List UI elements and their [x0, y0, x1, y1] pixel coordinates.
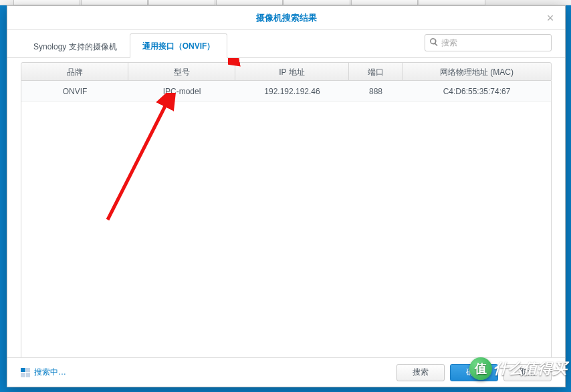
- search-input[interactable]: [441, 38, 547, 47]
- dialog-title: 摄像机搜索结果: [256, 12, 317, 24]
- cell-brand: ONVIF: [21, 87, 128, 96]
- close-icon[interactable]: ×: [544, 11, 557, 25]
- status-text: 搜索中…: [34, 367, 66, 378]
- cell-model: IPC-model: [128, 87, 235, 96]
- col-ip[interactable]: IP 地址: [235, 63, 349, 80]
- watermark-badge-icon: 值: [469, 357, 492, 380]
- cell-port: 888: [349, 87, 403, 96]
- watermark-text: 什么值得买: [493, 359, 567, 379]
- cell-mac: C4:D6:55:35:74:67: [403, 87, 551, 96]
- tab-onvif[interactable]: 通用接口（ONVIF）: [130, 33, 228, 58]
- table-body[interactable]: ONVIF IPC-model 192.192.192.46 888 C4:D6…: [21, 81, 552, 357]
- camera-search-dialog: 摄像机搜索结果 × Synology 支持的摄像机 通用接口（ONVIF） 品牌…: [7, 5, 566, 387]
- content-area: 品牌 型号 IP 地址 端口 网络物理地址 (MAC) ONVIF IPC-mo…: [7, 58, 565, 357]
- watermark: 值 什么值得买: [469, 357, 567, 380]
- search-button[interactable]: 搜索: [396, 364, 445, 381]
- loading-icon: [21, 368, 30, 377]
- table-row[interactable]: ONVIF IPC-model 192.192.192.46 888 C4:D6…: [21, 81, 551, 102]
- search-icon: [429, 37, 441, 49]
- col-port[interactable]: 端口: [349, 63, 403, 80]
- tab-synology-supported[interactable]: Synology 支持的摄像机: [21, 34, 130, 58]
- table-header: 品牌 型号 IP 地址 端口 网络物理地址 (MAC): [21, 62, 552, 81]
- cell-ip: 192.192.192.46: [235, 87, 349, 96]
- status-area: 搜索中…: [21, 367, 66, 378]
- col-model[interactable]: 型号: [128, 63, 235, 80]
- col-mac[interactable]: 网络物理地址 (MAC): [403, 63, 551, 80]
- search-box[interactable]: [425, 34, 552, 51]
- tab-bar: Synology 支持的摄像机 通用接口（ONVIF）: [7, 30, 565, 58]
- col-brand[interactable]: 品牌: [21, 63, 128, 80]
- dialog-header: 摄像机搜索结果 ×: [7, 6, 565, 30]
